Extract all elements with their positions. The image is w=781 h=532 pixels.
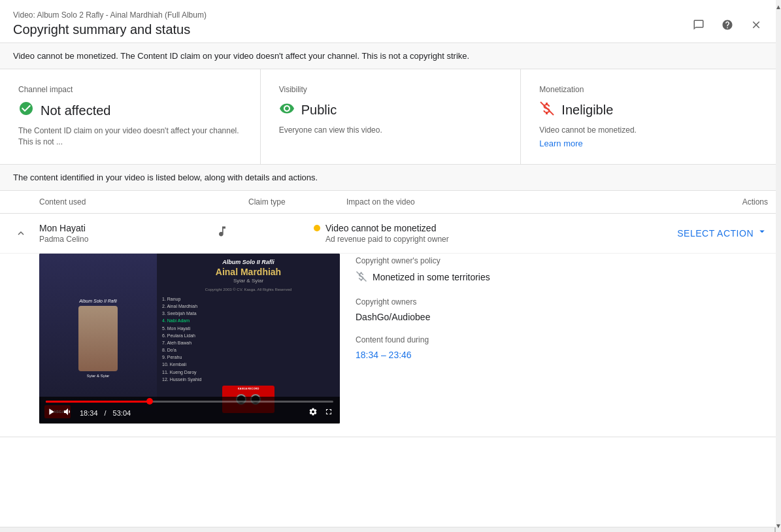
video-inner: Album Solo II Rafli Syiar & Syiar KASGA … [39, 254, 340, 424]
track-2: 2. Ainal Mardhiah [162, 303, 335, 310]
owners-label: Copyright owners [356, 297, 768, 307]
claim-impact-col: Video cannot be monetized Ad revenue pai… [314, 223, 637, 244]
album-title-text: Album Solo II Rafli [162, 259, 335, 265]
policy-value-row: Monetized in some territories [356, 271, 768, 284]
claim-title-col: Mon Hayati Padma Celino [39, 223, 216, 244]
cassette-label: KASGA RECORD [238, 387, 259, 390]
progress-fill [46, 401, 146, 403]
progress-bar[interactable] [46, 401, 333, 403]
fullscreen-button[interactable] [324, 407, 333, 418]
col-header-content: Content used [39, 197, 248, 207]
volume-button[interactable] [63, 407, 73, 419]
album-person [78, 306, 118, 371]
channel-impact-text: Not affected [41, 103, 110, 118]
impact-sub: Ad revenue paid to copyright owner [314, 235, 637, 244]
scroll-down-button[interactable]: ▼ [776, 519, 781, 532]
info-banner: Video cannot be monetized. The Content I… [0, 43, 781, 69]
time-separator: / [105, 409, 107, 417]
table-row[interactable]: Mon Hayati Padma Celino Video cannot be … [0, 214, 781, 254]
scroll-up-button[interactable]: ▲ [776, 0, 781, 13]
col-header-impact: Impact on the video [346, 197, 637, 207]
content-banner: The content identified in your video is … [0, 165, 781, 191]
claim-details: Copyright owner's policy Monetized in so… [356, 254, 768, 424]
learn-more-link[interactable]: Learn more [539, 139, 582, 148]
total-time: 53:04 [113, 409, 131, 417]
impact-row: Video cannot be monetized [314, 223, 637, 233]
track-1: 1. Ranup [162, 295, 335, 303]
dialog-header: Video: Album Solo 2 Rafly - Ainal Mardhi… [0, 0, 781, 43]
claim-type-col [216, 225, 314, 241]
controls-row: 18:34 / 53:04 [46, 407, 333, 420]
header-left: Video: Album Solo 2 Rafly - Ainal Mardhi… [13, 10, 207, 37]
owners-value: DashGo/Audiobee [356, 312, 768, 322]
channel-impact-value: Not affected [18, 101, 242, 120]
table-body: Mon Hayati Padma Celino Video cannot be … [0, 214, 781, 527]
visibility-card: Visibility Public Everyone can view this… [261, 69, 522, 164]
col-header-claim: Claim type [248, 197, 346, 207]
play-button[interactable] [46, 407, 56, 420]
copyright-text: Copyright 2003 © CV. Kasga. All Rights R… [162, 288, 335, 291]
feedback-button[interactable] [687, 13, 710, 37]
monetization-label: Monetization [539, 85, 763, 94]
track-10: 10. Kembali [162, 361, 335, 368]
visibility-desc: Everyone can view this video. [279, 125, 503, 136]
video-controls: 18:34 / 53:04 [39, 397, 340, 424]
track-8: 8. Do'a [162, 346, 335, 354]
track-9: 9. Perahu [162, 354, 335, 361]
collapse-button[interactable] [13, 225, 29, 241]
header-icons [687, 13, 768, 37]
channel-impact-label: Channel impact [18, 85, 242, 94]
channel-impact-desc: The Content ID claim on your video doesn… [18, 125, 242, 148]
settings-button[interactable] [308, 407, 318, 418]
tracklist: 1. Ranup 2. Ainal Mardhiah 3. Seebijah M… [162, 295, 335, 383]
track-7: 7. Ateh Bawah [162, 339, 335, 346]
policy-value: Monetized in some territories [373, 272, 490, 282]
table-header: Content used Claim type Impact on the vi… [0, 191, 781, 214]
current-time: 18:34 [80, 409, 98, 417]
monetization-value: Ineligible [539, 101, 763, 120]
check-circle-icon [18, 101, 34, 120]
vertical-scrollbar[interactable]: ▲ ▼ [776, 0, 781, 532]
dropdown-chevron-icon[interactable] [756, 225, 768, 241]
select-action-button[interactable]: SELECT ACTION [677, 228, 754, 239]
status-dot [314, 225, 320, 231]
track-11: 11. Kueng Daroy [162, 369, 335, 376]
time-range-link[interactable]: 18:34 – 23:46 [356, 350, 412, 360]
policy-label: Copyright owner's policy [356, 256, 768, 265]
track-5: 5. Mon Hayati [162, 325, 335, 332]
dialog-subtitle: Video: Album Solo 2 Rafly - Ainal Mardhi… [13, 10, 207, 20]
monetization-text: Ineligible [561, 103, 613, 118]
policy-section: Copyright owner's policy Monetized in so… [356, 256, 768, 284]
track-3: 3. Seebijah Mata [162, 310, 335, 317]
visibility-label: Visibility [279, 85, 503, 94]
impact-text: Video cannot be monetized [325, 223, 436, 233]
expanded-content: Album Solo II Rafli Syiar & Syiar KASGA … [0, 254, 781, 437]
claim-title: Mon Hayati [39, 223, 216, 233]
video-thumbnail: Album Solo II Rafli Syiar & Syiar KASGA … [39, 254, 340, 424]
policy-no-dollar-icon [356, 271, 367, 284]
no-dollar-icon [539, 101, 555, 120]
eye-icon [279, 101, 295, 120]
visibility-text: Public [301, 103, 337, 118]
found-label: Content found during [356, 335, 768, 344]
track-4: 4. Nabi Adam [162, 317, 335, 324]
horizontal-scrollbar[interactable] [0, 527, 781, 532]
track-12: 12. Hussein Syahid [162, 376, 335, 383]
status-cards: Channel impact Not affected The Content … [0, 69, 781, 165]
dialog-title: Copyright summary and status [13, 22, 207, 37]
monetization-card: Monetization Ineligible Video cannot be … [521, 69, 781, 164]
claim-subtitle: Padma Celino [39, 235, 216, 244]
album-sub-text: Syiar & Syiar [162, 278, 335, 284]
copyright-dialog: Video: Album Solo 2 Rafly - Ainal Mardhi… [0, 0, 781, 532]
owners-section: Copyright owners DashGo/Audiobee [356, 297, 768, 322]
info-banner-text: Video cannot be monetized. The Content I… [13, 51, 469, 61]
channel-impact-card: Channel impact Not affected The Content … [0, 69, 261, 164]
content-banner-text: The content identified in your video is … [13, 173, 318, 182]
help-button[interactable] [716, 13, 739, 37]
artist-name-text: Ainal Mardhiah [162, 267, 335, 277]
track-6: 6. Peulara Lidah [162, 332, 335, 339]
claim-actions-col: SELECT ACTION [637, 225, 768, 241]
close-button[interactable] [744, 13, 768, 37]
found-section: Content found during 18:34 – 23:46 [356, 335, 768, 360]
music-note-icon [216, 225, 229, 241]
